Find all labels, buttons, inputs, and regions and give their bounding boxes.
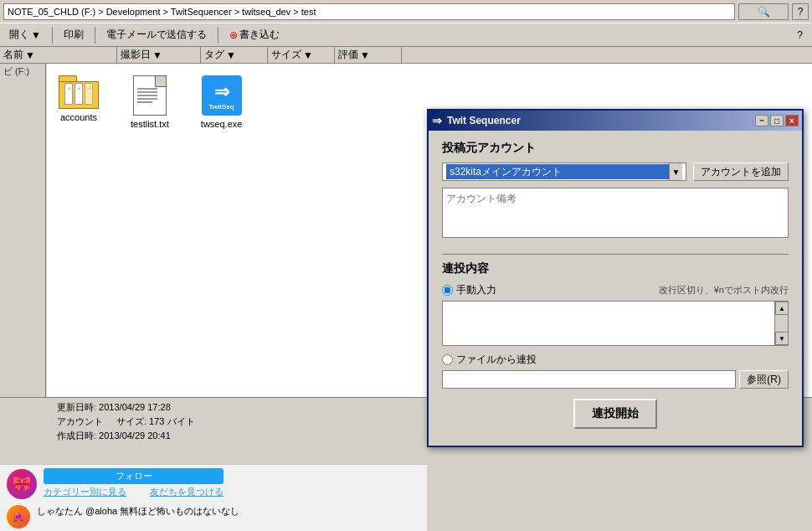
manual-input-row: 手動入力 改行区切り、¥nでポスト内改行 [442, 283, 789, 297]
separator [133, 486, 143, 500]
line-4 [137, 98, 157, 100]
scroll-down-arrow[interactable]: ▼ [775, 332, 789, 345]
dialog-titlebar: ⇒ Twit Sequencer － □ × [429, 111, 802, 131]
write-button[interactable]: ⊕ 書き込む [224, 25, 285, 44]
tweet-row: 🌺 しゃなたん @aloha 無料ほど怖いものはないなし [7, 505, 420, 528]
file-item-twseq[interactable]: ⇒ TwitSeq twseq.exe [198, 72, 246, 132]
textfile-lines [134, 76, 166, 106]
follow-button[interactable]: フォロー [44, 468, 224, 484]
line-5 [137, 101, 152, 103]
add-account-button[interactable]: アカウントを追加 [693, 162, 789, 181]
email-label: 電子メールで送信する [106, 28, 207, 42]
dialog-body: 投稿元アカウント s32kitaメインアカウント ▼ アカウントを追加 連投内容… [429, 131, 802, 446]
manual-text-area[interactable]: ▲ ▼ [442, 301, 789, 346]
toolbar-help-button[interactable]: ? [791, 27, 809, 44]
separator-1 [52, 27, 53, 44]
text-scrollbar[interactable]: ▲ ▼ [774, 302, 788, 345]
file-path-input[interactable] [442, 370, 736, 389]
tweet-preview: 🌺 しゃなたん @aloha 無料ほど怖いものはないなし [0, 503, 427, 530]
col-name[interactable]: 名前 ▼ [0, 47, 117, 63]
twitter-links: カテゴリー別に見る 友だちを見つける [44, 486, 224, 500]
file-input-label: ファイルから連投 [456, 353, 537, 367]
maximize-button[interactable]: □ [770, 115, 784, 126]
dialog-title-area: ⇒ Twit Sequencer [432, 114, 521, 127]
col-name-arrow: ▼ [25, 49, 35, 61]
tweet-text: 無料ほど怖いものはないなし [120, 506, 239, 516]
scroll-track [775, 315, 788, 332]
folder-body [59, 81, 99, 109]
address-path[interactable]: NOTE_05_CHLD (F:) > Development > TwitSe… [3, 3, 735, 20]
search-icon: 🔍 [758, 6, 770, 18]
dialog-icon: ⇒ [432, 114, 442, 127]
exe-arrows-icon: ⇒ [214, 81, 229, 103]
address-bar: NOTE_05_CHLD (F:) > Development > TwitSe… [0, 0, 812, 23]
account-memo-textarea[interactable] [442, 188, 789, 238]
folder-pages [64, 83, 93, 105]
file-item-accounts[interactable]: accounts [55, 72, 102, 126]
dropdown-selected-value: s32kitaメインアカウント [446, 164, 669, 179]
categories-link[interactable]: カテゴリー別に見る [44, 486, 126, 500]
print-button[interactable]: 印刷 [58, 25, 90, 44]
dropdown-arrow-icon: ▼ [669, 163, 682, 180]
col-rating-arrow: ▼ [360, 49, 370, 61]
email-button[interactable]: 電子メールで送信する [100, 25, 213, 44]
twitter-follow-row: 🎀 フォロー カテゴリー別に見る 友だちを見つける [0, 465, 427, 503]
avatar-emoji: 🎀 [13, 475, 31, 493]
help-button[interactable]: ? [792, 3, 809, 20]
twit-sequencer-dialog: ⇒ Twit Sequencer － □ × 投稿元アカウント s32kitaメ… [427, 109, 804, 447]
open-label: 開く [9, 28, 29, 42]
exe-inner-label: TwitSeq [209, 103, 234, 111]
testlist-label: testlist.txt [131, 119, 169, 129]
address-text: NOTE_05_CHLD (F:) > Development > TwitSe… [8, 7, 316, 17]
separator-2 [95, 27, 95, 44]
left-nav-panel: ビ (F:) 62 ▼ [0, 64, 46, 451]
open-arrow: ▼ [31, 29, 41, 41]
exe-icon: ⇒ TwitSeq [202, 75, 242, 116]
hint-text: 改行区切り、¥nでポスト内改行 [659, 284, 789, 296]
tweet-avatar: 🌺 [7, 505, 30, 528]
page-3 [85, 83, 93, 105]
file-radio-row: ファイルから連投 [442, 353, 789, 367]
page-1 [64, 83, 73, 105]
twitter-avatar: 🎀 [7, 469, 37, 499]
start-button-row: 連投開始 [442, 399, 789, 436]
accounts-label: accounts [60, 112, 97, 122]
friends-link[interactable]: 友だちを見つける [150, 486, 224, 500]
close-button[interactable]: × [785, 115, 799, 126]
manual-input-radio[interactable] [442, 285, 453, 296]
line-1 [137, 88, 157, 90]
section-divider [442, 254, 789, 255]
start-button[interactable]: 連投開始 [573, 399, 657, 429]
page-2 [75, 83, 83, 105]
column-headers: 名前 ▼ 撮影日 ▼ タグ ▼ サイズ ▼ 評価 ▼ [0, 47, 812, 64]
col-size-arrow: ▼ [303, 49, 313, 61]
source-account-section-title: 投稿元アカウント [442, 141, 789, 156]
open-button[interactable]: 開く ▼ [3, 25, 47, 44]
col-date[interactable]: 撮影日 ▼ [117, 47, 201, 63]
file-upload-row: 参照(R) [442, 370, 789, 389]
help-area: ? [791, 27, 809, 44]
col-date-arrow: ▼ [152, 49, 162, 61]
col-rating[interactable]: 評価 ▼ [335, 47, 402, 63]
file-size: サイズ: 173 バイト [116, 415, 195, 428]
col-tag-arrow: ▼ [226, 49, 236, 61]
explorer-toolbar: 開く ▼ 印刷 電子メールで送信する ⊕ 書き込む ? [0, 23, 812, 47]
scroll-up-arrow[interactable]: ▲ [775, 302, 789, 315]
account-dropdown[interactable]: s32kitaメインアカウント ▼ [442, 162, 686, 181]
col-tag[interactable]: タグ ▼ [201, 47, 268, 63]
file-item-testlist[interactable]: testlist.txt [127, 72, 172, 132]
line-3 [137, 95, 157, 96]
line-2 [137, 91, 157, 93]
tweet-avatar-emoji: 🌺 [13, 512, 24, 523]
col-size[interactable]: サイズ ▼ [268, 47, 335, 63]
browse-button[interactable]: 参照(R) [739, 370, 789, 389]
twitter-area: 🎀 フォロー カテゴリー別に見る 友だちを見つける 🌺 しゃなたん @aloha… [0, 464, 427, 531]
twseq-label: twseq.exe [201, 119, 243, 129]
manual-input-label: 手動入力 [456, 283, 496, 297]
folder-icon [59, 75, 99, 109]
minimize-button[interactable]: － [755, 115, 768, 126]
search-box[interactable]: 🔍 [738, 3, 789, 20]
print-label: 印刷 [64, 28, 84, 42]
file-input-radio[interactable] [442, 354, 453, 365]
account-row: s32kitaメインアカウント ▼ アカウントを追加 [442, 162, 789, 181]
